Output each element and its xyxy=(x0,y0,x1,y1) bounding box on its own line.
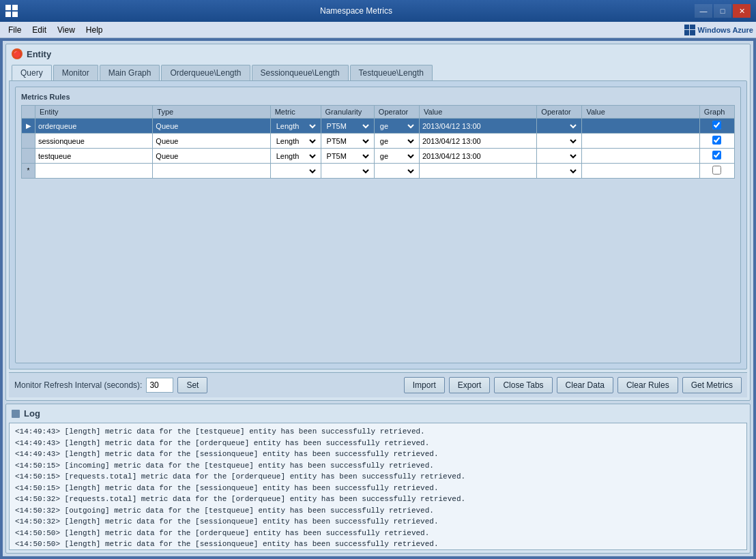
col-value2: Value xyxy=(582,106,699,119)
entity-input[interactable] xyxy=(38,137,149,145)
col-indicator xyxy=(22,106,35,119)
granularity-select[interactable]: PT5M xyxy=(324,136,371,146)
operator1-select-new[interactable] xyxy=(377,166,416,176)
cell-granularity-new xyxy=(321,164,374,179)
cell-granularity: PT5M xyxy=(321,119,374,134)
cell-type xyxy=(153,119,270,134)
tab-main-graph[interactable]: Main Graph xyxy=(100,65,160,81)
value2-input[interactable] xyxy=(585,152,696,160)
col-entity: Entity xyxy=(35,106,153,119)
log-title: Log xyxy=(24,408,40,419)
type-input[interactable] xyxy=(156,152,267,160)
graph-checkbox[interactable] xyxy=(712,121,721,130)
metric-select[interactable]: Length xyxy=(274,136,318,146)
metric-select[interactable]: Length xyxy=(274,151,318,161)
menu-help[interactable]: Help xyxy=(81,24,108,36)
granularity-select[interactable]: PT5M xyxy=(324,151,371,161)
export-button[interactable]: Export xyxy=(449,377,491,393)
clear-data-button[interactable]: Clear Data xyxy=(557,377,613,393)
granularity-select[interactable]: PT5M xyxy=(324,121,371,131)
windows-logo-icon xyxy=(5,5,18,17)
operator2-select[interactable] xyxy=(540,121,579,131)
log-line: <14:49:43> [length] metric data for the … xyxy=(15,438,741,449)
entity-input-new[interactable] xyxy=(38,167,149,175)
cell-granularity: PT5M xyxy=(321,149,374,164)
cell-value1-new xyxy=(420,164,537,179)
titlebar-controls: — □ ✕ xyxy=(695,4,751,18)
menubar: File Edit View Help Windows Azure xyxy=(0,22,756,38)
tab-orderqueue-length[interactable]: Orderqueue\Length xyxy=(161,65,250,81)
value2-input[interactable] xyxy=(585,137,696,145)
cell-value2-new xyxy=(582,164,699,179)
metric-select[interactable]: Length xyxy=(274,121,318,131)
set-button[interactable]: Set xyxy=(177,377,207,393)
graph-checkbox[interactable] xyxy=(712,151,721,160)
value2-input-new[interactable] xyxy=(585,167,696,175)
cell-operator1: ge xyxy=(374,149,419,164)
graph-checkbox-new[interactable] xyxy=(712,166,721,175)
menu-edit[interactable]: Edit xyxy=(27,24,52,36)
cell-value2 xyxy=(582,149,699,164)
menu-view[interactable]: View xyxy=(52,24,81,36)
close-button[interactable]: ✕ xyxy=(733,4,751,18)
value2-input[interactable] xyxy=(585,122,696,130)
operator1-select[interactable]: ge xyxy=(377,151,416,161)
refresh-interval-input[interactable] xyxy=(146,378,173,393)
granularity-select-new[interactable] xyxy=(324,166,371,176)
minimize-button[interactable]: — xyxy=(695,4,712,18)
cell-operator2 xyxy=(537,134,582,149)
metrics-table: Entity Type Metric Granularity Operator … xyxy=(21,105,735,179)
log-line: <14:49:43> [length] metric data for the … xyxy=(15,426,741,438)
operator2-select[interactable] xyxy=(540,136,579,146)
cell-entity-new xyxy=(35,164,153,179)
value1-input[interactable] xyxy=(422,122,534,130)
cell-metric-new xyxy=(270,164,321,179)
value1-input[interactable] xyxy=(422,137,534,145)
tab-query[interactable]: Query xyxy=(12,65,52,81)
cell-value2 xyxy=(582,134,699,149)
col-value1: Value xyxy=(420,106,537,119)
refresh-label: Monitor Refresh Interval (seconds): xyxy=(14,380,142,390)
row-indicator xyxy=(22,149,35,164)
tab-content-query: Metrics Rules Entity Type Metric Granula… xyxy=(9,80,747,369)
get-metrics-button[interactable]: Get Metrics xyxy=(682,377,742,393)
cell-graph xyxy=(699,149,734,164)
cell-granularity: PT5M xyxy=(321,134,374,149)
operator2-select-new[interactable] xyxy=(540,166,579,176)
value1-input[interactable] xyxy=(422,152,534,160)
log-line: <14:50:15> [requests.total] metric data … xyxy=(15,471,741,483)
tab-testqueue-length[interactable]: Testqueue\Length xyxy=(350,65,433,81)
graph-checkbox[interactable] xyxy=(712,136,721,145)
import-button[interactable]: Import xyxy=(404,377,445,393)
log-line: <14:50:32> [requests.total] metric data … xyxy=(15,494,741,505)
table-row: Length PT5M ge xyxy=(22,149,735,164)
type-input[interactable] xyxy=(156,137,267,145)
entity-header: 🔴 Entity xyxy=(9,47,747,61)
operator1-select[interactable]: ge xyxy=(377,121,416,131)
operator2-select[interactable] xyxy=(540,151,579,161)
col-graph: Graph xyxy=(699,106,734,119)
tab-monitor[interactable]: Monitor xyxy=(53,65,98,81)
log-panel: Log <14:49:43> [length] metric data for … xyxy=(5,404,751,554)
cell-type xyxy=(153,149,270,164)
close-tabs-button[interactable]: Close Tabs xyxy=(494,377,552,393)
cell-operator1: ge xyxy=(374,134,419,149)
entity-input[interactable] xyxy=(38,152,149,160)
maximize-button[interactable]: □ xyxy=(714,4,731,18)
col-operator1: Operator xyxy=(374,106,419,119)
cell-value2 xyxy=(582,119,699,134)
tab-sessionqueue-length[interactable]: Sessionqueue\Length xyxy=(252,65,349,81)
type-input-new[interactable] xyxy=(156,167,267,175)
metric-select-new[interactable] xyxy=(274,166,318,176)
entity-input[interactable] xyxy=(38,122,149,130)
type-input[interactable] xyxy=(156,122,267,130)
cell-type-new xyxy=(153,164,270,179)
log-content[interactable]: <14:49:43> [length] metric data for the … xyxy=(9,423,747,550)
log-line: <14:50:50> [length] metric data for the … xyxy=(15,528,741,539)
menu-file[interactable]: File xyxy=(3,24,27,36)
table-row: ▶ Length PT5M xyxy=(22,119,735,134)
clear-rules-button[interactable]: Clear Rules xyxy=(617,377,678,393)
operator1-select[interactable]: ge xyxy=(377,136,416,146)
row-indicator: ▶ xyxy=(22,119,35,134)
value1-input-new[interactable] xyxy=(422,167,534,175)
